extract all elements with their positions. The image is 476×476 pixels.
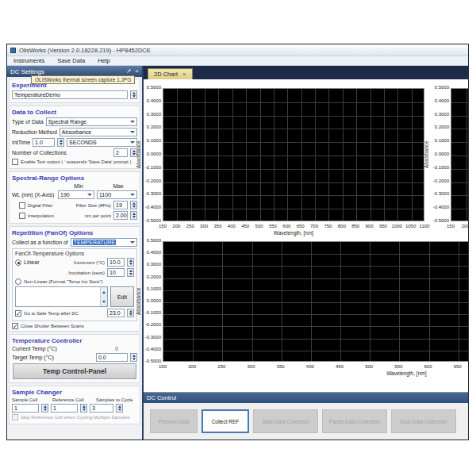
collect-ref-button[interactable]: Collect REF xyxy=(202,409,249,433)
repetition-section: Repetition (FanOf) Options Collect as a … xyxy=(9,226,140,332)
pin-icon[interactable] xyxy=(126,68,132,75)
samples-to-cycle-spinner[interactable] xyxy=(116,404,123,413)
samples-to-cycle-label: Samples to Cycle xyxy=(96,397,137,402)
menu-save-data[interactable]: Save Data xyxy=(57,57,85,64)
y-tick-label: -0.1000 xyxy=(143,310,161,315)
pause-data-collection-button[interactable]: Pause Data Collection xyxy=(322,409,387,433)
interpolation-checkbox[interactable] xyxy=(19,213,25,219)
y-tick-label: 0.1000 xyxy=(143,286,161,291)
samples-to-cycle-input[interactable]: 3 xyxy=(90,404,113,413)
tab-2d-chart[interactable]: 2D Chart × xyxy=(148,68,193,79)
sample-cell-input[interactable]: 1 xyxy=(12,404,39,413)
nm-per-point-spinner[interactable] xyxy=(130,211,137,220)
skip-reference-checkbox xyxy=(12,414,18,420)
grid-line xyxy=(397,89,398,221)
plot-area[interactable] xyxy=(163,241,469,362)
y-tick-label: -0.2000 xyxy=(143,178,161,183)
enable-text-output-checkbox[interactable] xyxy=(12,159,18,165)
collect-fn-select[interactable]: TEMPERATURE xyxy=(71,238,137,247)
x-tick-label: 450 xyxy=(331,364,348,369)
start-data-collection-button[interactable]: Start Data Collection xyxy=(253,409,318,433)
grid-line xyxy=(356,89,357,221)
type-of-data-select[interactable]: Spectral Range xyxy=(46,117,137,126)
menu-help[interactable]: Help xyxy=(98,57,109,64)
filter-size-spinner[interactable] xyxy=(130,201,137,209)
target-temp-input[interactable]: 0.0 xyxy=(96,353,128,362)
menu-instruments[interactable]: Instruments xyxy=(13,57,44,64)
chevron-down-icon xyxy=(130,131,135,133)
chart-bottom: 0.50000.40000.30000.20000.10000.0000-0.1… xyxy=(144,235,469,390)
title-bar[interactable]: OlisWorks (Version 2.0.18228.219) - HP84… xyxy=(7,44,468,56)
plot-area[interactable] xyxy=(451,88,469,221)
incubation-input[interactable]: 10 xyxy=(107,268,125,277)
wl-max-select[interactable]: 1100 xyxy=(97,190,137,199)
target-temp-spinner[interactable] xyxy=(130,353,137,362)
wl-min-select[interactable]: 190 xyxy=(58,190,94,199)
y-axis-label: Absorbance xyxy=(136,278,141,324)
grid-line xyxy=(163,254,469,255)
y-tick-label: -0.5000 xyxy=(143,218,161,223)
reference-cell-input[interactable]: 1 xyxy=(51,404,78,413)
preview-data-button[interactable]: Preview Data xyxy=(150,409,198,433)
grid-line xyxy=(163,302,469,303)
nm-per-point-input[interactable]: 2.00 xyxy=(113,211,128,220)
close-tab-icon[interactable]: × xyxy=(182,71,186,78)
grid-line xyxy=(340,242,341,361)
y-tick-label: -0.4000 xyxy=(143,347,161,351)
increment-input[interactable]: 10.0 xyxy=(107,258,125,267)
linear-radio[interactable] xyxy=(15,259,21,266)
nm-per-point-label: nm per point xyxy=(85,213,111,218)
nonlinear-radio[interactable] xyxy=(15,278,21,285)
temp-control-panel-button[interactable]: Temp Control-Panel xyxy=(13,363,136,379)
experiment-name-input[interactable]: TemperatureDemo xyxy=(12,90,128,99)
safe-temp-checkbox[interactable] xyxy=(15,310,21,317)
incubation-spinner[interactable] xyxy=(127,268,134,277)
dc-settings-panel: DC Settings × Experiment TemperatureDemo… xyxy=(7,66,144,440)
dc-settings-title: DC Settings xyxy=(10,68,44,75)
nonlinear-listbox[interactable] xyxy=(15,286,108,307)
experiment-spinner[interactable] xyxy=(130,90,137,99)
increment-spinner[interactable] xyxy=(127,258,134,267)
y-tick-label: 0.4000 xyxy=(431,98,449,103)
y-tick-label: 0.1000 xyxy=(143,138,161,143)
collections-input[interactable]: 2 xyxy=(113,148,128,157)
listbox-scroll[interactable] xyxy=(100,287,107,306)
inttime-units-select[interactable]: SECONDS xyxy=(67,138,137,147)
y-tick-label: -0.3000 xyxy=(431,191,449,196)
grid-line xyxy=(163,266,469,267)
inttime-input[interactable]: 1.0 xyxy=(33,138,55,147)
x-tick-label: 300 xyxy=(243,364,260,369)
filter-size-label: Filter Size (#Pts) xyxy=(76,203,111,208)
edit-button[interactable]: Edit xyxy=(110,286,134,307)
type-of-data-label: Type of Data xyxy=(12,119,44,125)
close-panel-icon[interactable]: × xyxy=(135,68,139,75)
stop-data-collection-button[interactable]: Stop Data Collection xyxy=(391,409,456,433)
chart-top-left: 0.50000.40000.30000.20000.10000.0000-0.1… xyxy=(144,82,429,233)
safe-temp-input[interactable]: 23.0 xyxy=(107,309,125,317)
y-tick-label: -0.1000 xyxy=(143,165,161,170)
grid-line xyxy=(163,314,469,315)
x-axis-label: Wavelength, [nm] xyxy=(382,370,430,376)
reference-cell-spinner[interactable] xyxy=(80,404,87,413)
dc-control-title: DC Control xyxy=(147,394,176,401)
y-tick-label: -0.4000 xyxy=(143,205,161,209)
safe-temp-spinner[interactable] xyxy=(127,309,134,317)
chevron-down-icon xyxy=(130,241,135,244)
grid-line xyxy=(282,242,282,361)
plot-area[interactable] xyxy=(163,88,424,221)
inttime-spinner[interactable] xyxy=(57,138,64,147)
menu-bar: Instruments Save Data Help xyxy=(7,56,468,66)
y-axis-label: Absorbance xyxy=(424,132,429,178)
grid-line xyxy=(315,89,316,221)
grid-line xyxy=(459,242,459,361)
linear-label: Linear xyxy=(24,259,39,265)
grid-line xyxy=(260,89,261,221)
filter-size-input[interactable]: 19 xyxy=(113,201,128,209)
app-window: OlisWorks (Version 2.0.18228.219) - HP84… xyxy=(6,44,469,440)
digital-filter-checkbox[interactable] xyxy=(19,202,25,209)
close-shutter-checkbox[interactable] xyxy=(12,323,18,329)
sample-cell-spinner[interactable] xyxy=(41,404,48,413)
reduction-method-select[interactable]: Absorbance xyxy=(60,128,137,136)
x-tick-label: 650 xyxy=(449,364,466,369)
grid-line xyxy=(328,89,329,221)
